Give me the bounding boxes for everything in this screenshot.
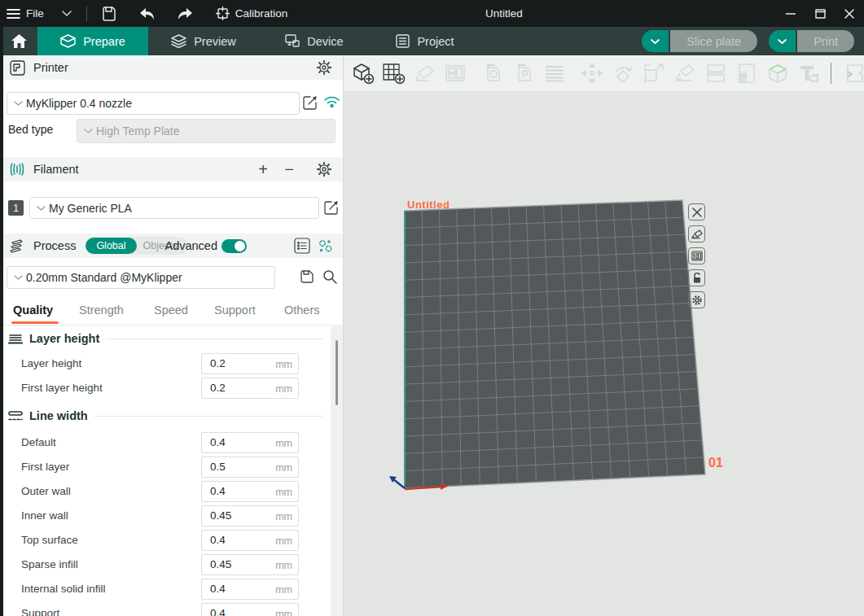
support-line-width-input[interactable]: 0.4mm [201, 603, 299, 616]
hamburger-icon [7, 8, 20, 20]
sparse-infill-line-width-input[interactable]: 0.45mm [201, 554, 299, 575]
fill-color-icon[interactable] [735, 61, 759, 85]
filament-slot-badge[interactable]: 1 [8, 200, 24, 216]
process-section-header: Process Global Objects Advanced [0, 234, 343, 258]
layer-height-input[interactable]: 0.2mm [201, 353, 299, 374]
viewport-3d[interactable]: Untitled 01 [344, 55, 864, 616]
add-plate-icon[interactable] [381, 61, 406, 85]
undo-button[interactable] [133, 0, 162, 27]
auto-orient-plate-button[interactable] [688, 225, 705, 242]
compare-presets-icon [318, 238, 333, 254]
title-bar: File Calibrat [0, 0, 864, 27]
print-button[interactable]: Print [797, 30, 854, 52]
rotate-icon[interactable] [611, 61, 635, 85]
auto-orient-icon[interactable] [412, 61, 436, 85]
print-dropdown[interactable] [769, 30, 796, 52]
setting-label: Top surface [21, 530, 78, 551]
redo-button[interactable] [170, 0, 200, 27]
toolbar-separator [831, 63, 831, 84]
printer-connection-button[interactable] [324, 95, 340, 108]
print-split-button: Print [769, 30, 854, 52]
inner-wall-line-width-input[interactable]: 0.45mm [201, 505, 299, 526]
setting-label: Outer wall [21, 481, 71, 502]
scale-icon[interactable] [642, 61, 666, 85]
internal-solid-infill-line-width-input[interactable]: 0.4mm [201, 579, 299, 600]
cut-icon[interactable] [704, 61, 728, 85]
paint-icon[interactable] [765, 61, 790, 85]
printer-section-title: Printer [33, 61, 68, 74]
device-icon [285, 34, 300, 48]
save-preset-icon [300, 269, 314, 284]
tab-project[interactable]: Project [370, 27, 480, 55]
preview-icon [171, 34, 186, 48]
first-layer-line-width-input[interactable]: 0.5mm [201, 457, 299, 478]
process-tab-speed[interactable]: Speed [154, 304, 188, 317]
compare-presets-button[interactable] [318, 238, 333, 254]
build-plate[interactable] [344, 91, 864, 616]
edit-printer-button[interactable] [303, 95, 318, 110]
assembly-icon[interactable] [843, 61, 864, 85]
filament-settings-button[interactable] [317, 162, 331, 177]
default-line-width-input[interactable]: 0.4mm [201, 432, 299, 453]
top-surface-line-width-input[interactable]: 0.4mm [201, 530, 299, 551]
lock-plate-button[interactable] [688, 269, 705, 286]
outer-wall-line-width-input[interactable]: 0.4mm [201, 481, 299, 502]
minimize-button[interactable] [776, 0, 805, 27]
lay-on-face-icon[interactable] [673, 61, 697, 85]
add-filament-button[interactable]: + [258, 161, 268, 177]
home-button[interactable] [0, 27, 37, 55]
tab-preview[interactable]: Preview [148, 27, 259, 55]
paste-icon[interactable] [511, 61, 536, 85]
process-tab-support[interactable]: Support [214, 304, 256, 317]
filament-icon [9, 162, 25, 177]
process-tab-strength[interactable]: Strength [79, 304, 124, 317]
save-button[interactable] [95, 0, 123, 27]
arrange-plate-button[interactable] [688, 247, 705, 264]
file-menu-dropdown[interactable] [50, 0, 78, 27]
scope-global[interactable]: Global [86, 238, 136, 254]
bed-type-value: High Temp Plate [96, 125, 179, 138]
add-object-icon[interactable] [350, 61, 375, 85]
section-title: Line width [29, 409, 88, 422]
plate-settings-button[interactable] [688, 291, 705, 308]
delete-all-button[interactable] [688, 203, 705, 221]
close-button[interactable] [835, 0, 864, 27]
save-preset-button[interactable] [300, 269, 314, 284]
advanced-toggle[interactable] [221, 239, 247, 253]
printer-settings-button[interactable] [317, 60, 331, 75]
titlebar-separator [86, 7, 87, 21]
process-tab-quality[interactable]: Quality [13, 304, 53, 317]
layer-height-section-header: Layer height [8, 332, 322, 345]
maximize-button[interactable] [805, 0, 835, 27]
copy-icon[interactable] [480, 61, 505, 85]
printer-preset-select[interactable]: MyKlipper 0.4 nozzle [7, 92, 300, 115]
remove-filament-button[interactable]: − [284, 161, 294, 177]
filament-preset-select[interactable]: My Generic PLA [29, 197, 319, 219]
move-icon[interactable] [580, 61, 604, 85]
process-tab-others[interactable]: Others [284, 304, 320, 317]
setting-label: Default [21, 432, 56, 453]
variable-layer-height-icon[interactable] [542, 61, 567, 85]
plate-name-label: Untitled [407, 199, 450, 211]
slice-plate-dropdown[interactable] [642, 30, 669, 52]
process-preset-select[interactable]: 0.20mm Standard @MyKlipper [7, 266, 275, 289]
tab-prepare[interactable]: Prepare [37, 27, 148, 55]
first-layer-height-input[interactable]: 0.2mm [201, 378, 299, 399]
wifi-icon [324, 95, 340, 108]
edit-icon [303, 95, 318, 110]
close-icon [692, 208, 702, 217]
search-preset-button[interactable] [322, 269, 337, 284]
printer-icon [10, 60, 25, 76]
file-menu[interactable]: File [0, 0, 50, 27]
slice-plate-button[interactable]: Slice plate [670, 30, 757, 52]
arrange-icon[interactable] [443, 61, 467, 85]
text-icon[interactable] [796, 61, 821, 85]
setting-label: First layer [21, 457, 69, 478]
section-title: Layer height [29, 332, 99, 345]
calibration-button[interactable]: Calibration [209, 0, 295, 27]
bed-type-select[interactable]: High Temp Plate [77, 119, 336, 143]
panel-scrollbar-thumb[interactable] [336, 340, 338, 405]
edit-filament-button[interactable] [324, 200, 339, 215]
tab-device[interactable]: Device [259, 27, 370, 55]
parameter-list-button[interactable] [294, 238, 310, 254]
